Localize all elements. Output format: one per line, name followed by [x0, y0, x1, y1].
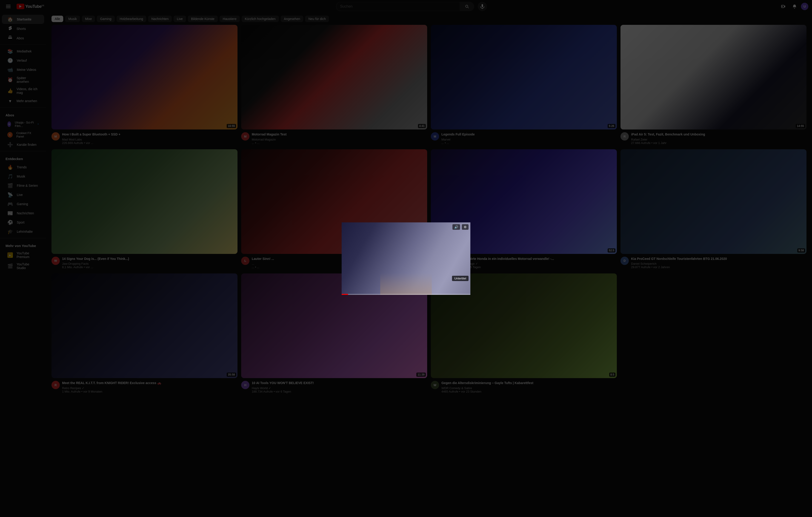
player-settings-btn[interactable]: ⚙ [462, 224, 468, 230]
player-controls: 🔊 ⚙ [453, 224, 468, 230]
progress-fill [342, 294, 348, 295]
video-player: 🔊 ⚙ Untertitel [342, 222, 470, 295]
video-overlay[interactable]: 🔊 ⚙ Untertitel [0, 0, 812, 517]
subtitle-button[interactable]: Untertitel [452, 276, 468, 281]
progress-bar[interactable] [342, 294, 470, 295]
player-screen: 🔊 ⚙ Untertitel [342, 222, 470, 295]
player-volume-btn[interactable]: 🔊 [453, 224, 460, 230]
